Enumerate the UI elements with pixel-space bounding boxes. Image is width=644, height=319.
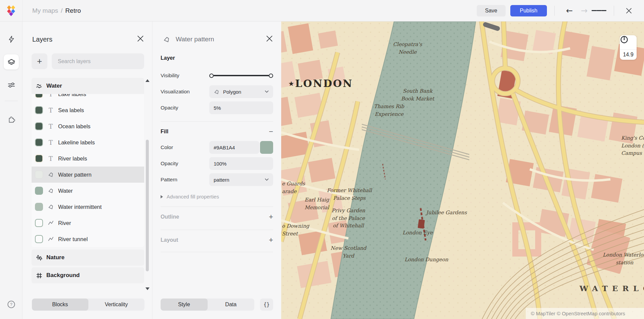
layer-row-label: Water intermittent xyxy=(58,204,102,210)
redo-button[interactable]: → xyxy=(577,4,592,17)
text-type-icon: T xyxy=(47,107,54,114)
breadcrumb: My maps / Retro xyxy=(32,7,81,14)
visibility-max-handle[interactable] xyxy=(269,74,273,78)
layer-section-heading: Layer xyxy=(161,55,273,61)
layer-row-river-labels[interactable]: TRiver labels xyxy=(32,150,144,167)
layer-row-label: River xyxy=(58,220,71,226)
scroll-up-arrow[interactable] xyxy=(145,79,149,82)
layer-row-label: Nature xyxy=(46,254,65,261)
add-layout-icon[interactable]: + xyxy=(269,236,273,244)
properties-panel-title: Water pattern xyxy=(176,36,214,43)
json-code-button[interactable]: {} xyxy=(260,299,273,311)
layers-scrollbar[interactable] xyxy=(145,79,150,290)
layer-row-label: River tunnel xyxy=(58,236,88,242)
toolbar-divider xyxy=(614,6,614,16)
layers-panel-close-icon[interactable] xyxy=(137,35,144,43)
search-layers-input[interactable] xyxy=(52,53,144,69)
fill-color-label: Color xyxy=(161,144,209,150)
trees-icon xyxy=(35,254,43,261)
map-canvas[interactable]: Cleopatra's Needle★LONDONSouth Bank Book… xyxy=(281,21,644,319)
layer-row-water-intermittent[interactable]: Water intermittent xyxy=(32,199,144,215)
layer-row-background[interactable]: Background xyxy=(32,267,144,283)
layer-color-swatch xyxy=(35,106,43,114)
frame-icon xyxy=(35,272,43,279)
fill-color-swatch[interactable] xyxy=(260,141,273,154)
close-editor-icon[interactable] xyxy=(621,4,636,17)
collapse-fill-icon[interactable]: − xyxy=(269,128,273,135)
layer-row-lakeline-labels[interactable]: TLakeline labels xyxy=(32,134,144,150)
help-icon[interactable]: ? xyxy=(4,297,19,312)
visualization-dropdown[interactable]: Polygon xyxy=(209,85,273,98)
map-attribution[interactable]: © MapTiler © OpenStreetMap contributors xyxy=(526,308,644,319)
visibility-track xyxy=(214,75,269,76)
undo-button[interactable]: ← xyxy=(562,4,577,17)
adjustments-icon[interactable] xyxy=(4,77,19,92)
tab-style[interactable]: Style xyxy=(161,299,208,311)
layer-row-water[interactable]: Water xyxy=(32,183,144,199)
tab-blocks[interactable]: Blocks xyxy=(32,299,88,311)
fill-pattern-label: Pattern xyxy=(161,177,209,183)
add-outline-icon[interactable]: + xyxy=(269,213,273,221)
menu-icon[interactable] xyxy=(592,4,606,17)
layer-row-nature[interactable]: Nature xyxy=(32,249,144,266)
rail-divider xyxy=(5,101,18,101)
tab-verticality[interactable]: Verticality xyxy=(88,299,145,311)
layer-row-lake-labels[interactable]: TLake labels xyxy=(32,94,144,102)
layer-color-swatch xyxy=(35,171,43,179)
map-render xyxy=(281,21,644,319)
layer-row-sea-labels[interactable]: TSea labels xyxy=(32,102,144,118)
tab-data[interactable]: Data xyxy=(208,299,255,311)
text-type-icon: T xyxy=(47,123,54,130)
scroll-down-arrow[interactable] xyxy=(145,287,149,290)
layer-row-label: Lakeline labels xyxy=(58,139,95,146)
layer-row-river[interactable]: River xyxy=(32,215,144,231)
add-layer-button[interactable]: + xyxy=(32,53,47,69)
breadcrumb-my-maps[interactable]: My maps xyxy=(32,7,58,14)
visibility-min-handle[interactable] xyxy=(209,74,214,78)
layer-row-label: Ocean labels xyxy=(58,123,90,130)
layer-color-swatch xyxy=(35,154,43,163)
left-icon-rail: ? xyxy=(0,21,23,319)
save-button[interactable]: Save xyxy=(477,5,506,16)
outline-section-heading: Outline xyxy=(161,214,179,220)
fill-color-input[interactable]: #9AB1A4 xyxy=(209,141,259,154)
zoom-badge[interactable]: 14.9 xyxy=(620,35,637,60)
clipped-layer-row[interactable]: TLake labels xyxy=(32,94,144,102)
section-divider xyxy=(161,230,273,230)
visibility-range-slider[interactable] xyxy=(209,73,273,78)
layers-panel: Layers + WaterTLake labelsTSea labelsTOc… xyxy=(23,21,152,319)
app-logo[interactable] xyxy=(0,0,23,21)
layer-block: Background xyxy=(32,267,144,283)
layer-row-ocean-labels[interactable]: TOcean labels xyxy=(32,118,144,134)
chevron-down-icon xyxy=(265,178,269,181)
layout-section-heading: Layout xyxy=(161,237,178,243)
layer-color-swatch xyxy=(35,122,43,130)
layer-opacity-input[interactable]: 5% xyxy=(209,101,273,114)
polygon-type-icon xyxy=(47,188,54,194)
fill-opacity-label: Opacity xyxy=(161,161,209,167)
layer-row-label: Lake labels xyxy=(58,94,86,97)
plugins-icon[interactable] xyxy=(4,111,19,127)
map-history-clock-icon[interactable] xyxy=(620,35,637,50)
quick-actions-icon[interactable] xyxy=(4,32,19,47)
layer-block: Nature xyxy=(32,249,144,266)
advanced-fill-properties-toggle[interactable]: Advanced fill properties xyxy=(161,194,273,199)
layer-opacity-label: Opacity xyxy=(161,105,209,111)
water-pattern-properties-panel: Water pattern Layer Visibility Visualiza… xyxy=(152,21,281,319)
layer-color-swatch xyxy=(35,203,43,211)
layer-row-water-pattern[interactable]: Water pattern xyxy=(32,167,144,183)
layer-row-water[interactable]: Water xyxy=(32,78,144,94)
layer-row-label: Water pattern xyxy=(58,172,91,178)
layers-tool-icon[interactable] xyxy=(4,54,19,70)
text-type-icon: T xyxy=(47,94,54,98)
polygon-icon xyxy=(214,89,219,95)
fill-pattern-dropdown[interactable]: pattern xyxy=(209,173,273,186)
layer-color-swatch xyxy=(35,235,43,243)
text-type-icon: T xyxy=(47,155,54,162)
layer-row-river-tunnel[interactable]: River tunnel xyxy=(32,231,144,247)
polygon-layer-icon xyxy=(163,36,170,43)
properties-panel-close-icon[interactable] xyxy=(266,35,273,43)
publish-button[interactable]: Publish xyxy=(510,5,547,16)
fill-opacity-input[interactable]: 100% xyxy=(209,157,273,170)
scrollbar-thumb[interactable] xyxy=(146,140,149,271)
